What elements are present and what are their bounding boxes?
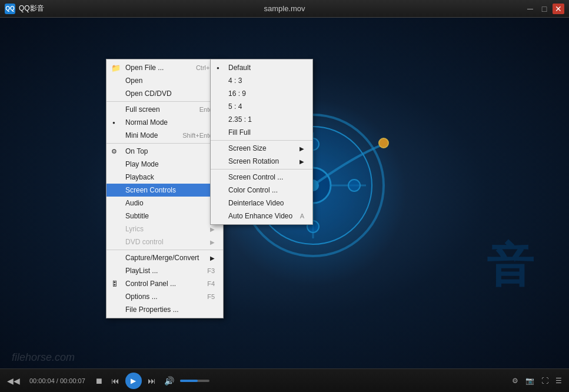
menu-item-on-top[interactable]: ⚙ On Top ▶ bbox=[107, 145, 223, 158]
submenu-label-auto-enhance: Auto Enhance Video bbox=[228, 212, 292, 220]
minimize-button[interactable]: ─ bbox=[524, 4, 536, 14]
fullscreen-button[interactable]: ⛶ bbox=[539, 376, 551, 386]
menu-button[interactable]: ☰ bbox=[553, 376, 564, 386]
menu-item-open-cd[interactable]: Open CD/DVD bbox=[107, 87, 223, 100]
menu-item-capture[interactable]: Capture/Merge/Convert ▶ bbox=[107, 251, 223, 264]
restore-button[interactable]: □ bbox=[538, 4, 550, 14]
menu-item-normal-mode[interactable]: ● Normal Mode bbox=[107, 116, 223, 129]
submenu-screen-controls: ● Default 4 : 3 16 : 9 5 : 4 2.35 : 1 Fi… bbox=[210, 59, 313, 225]
submenu-label-16-9: 16 : 9 bbox=[228, 89, 246, 98]
submenu-sep-2 bbox=[211, 169, 312, 170]
menu-label-on-top: On Top bbox=[125, 147, 148, 155]
submenu-item-fill-full[interactable]: Fill Full bbox=[211, 126, 312, 139]
menu-label-open-cd: Open CD/DVD bbox=[125, 89, 172, 98]
submenu-label-color-control: Color Control ... bbox=[228, 186, 278, 194]
menu-item-playback[interactable]: Playback ▶ bbox=[107, 171, 223, 184]
menu-label-playlist: PlayList ... bbox=[125, 267, 158, 275]
play-button[interactable]: ▶ bbox=[125, 373, 142, 389]
submenu-item-default[interactable]: ● Default bbox=[211, 61, 312, 74]
prev-button[interactable]: ⏮ bbox=[109, 375, 122, 387]
submenu-label-default: Default bbox=[228, 64, 251, 72]
menu-shortcut-playlist: F3 bbox=[207, 267, 215, 274]
menu-item-play-mode[interactable]: Play Mode ▶ bbox=[107, 158, 223, 171]
titlebar-left: QQ QQ影音 bbox=[5, 4, 44, 14]
close-button[interactable]: ✕ bbox=[553, 4, 564, 14]
menu-arrow-lyrics: ▶ bbox=[210, 226, 215, 232]
volume-fill bbox=[180, 380, 198, 382]
controlbar: ◀◀ 00:00:04 / 00:00:07 ⏹ ⏮ ▶ ⏭ 🔊 ⚙ 📷 ⛶ ☰ bbox=[0, 368, 569, 392]
menu-label-capture: Capture/Merge/Convert bbox=[125, 254, 199, 262]
submenu-label-4-3: 4 : 3 bbox=[228, 77, 242, 85]
screenshot-button[interactable]: 📷 bbox=[523, 376, 537, 386]
menu-item-options[interactable]: Options ... F5 bbox=[107, 290, 223, 303]
normal-mode-dot: ● bbox=[112, 120, 115, 125]
volume-slider[interactable] bbox=[180, 380, 209, 382]
menu-item-fullscreen[interactable]: Full screen Enter bbox=[107, 103, 223, 116]
submenu-item-screen-size[interactable]: Screen Size ▶ bbox=[211, 142, 312, 155]
menu-item-playlist[interactable]: PlayList ... F3 bbox=[107, 264, 223, 277]
menu-label-control-panel: Control Panel ... bbox=[125, 280, 176, 288]
titlebar: QQ QQ影音 sample.mov ─ □ ✕ bbox=[0, 0, 569, 18]
submenu-label-screen-control: Screen Control ... bbox=[228, 173, 283, 181]
menu-label-options: Options ... bbox=[125, 293, 158, 301]
menu-item-open[interactable]: Open ▶ bbox=[107, 74, 223, 87]
menu-sep-1 bbox=[107, 101, 223, 102]
settings-button[interactable]: ⚙ bbox=[510, 376, 521, 386]
menu-label-normal-mode: Normal Mode bbox=[125, 118, 168, 127]
svg-point-12 bbox=[348, 180, 360, 191]
submenu-item-auto-enhance[interactable]: Auto Enhance Video A bbox=[211, 210, 312, 222]
submenu-label-screen-rotation: Screen Rotation bbox=[228, 157, 279, 165]
open-file-icon: 📁 bbox=[111, 64, 121, 72]
submenu-arrow-screen-rotation: ▶ bbox=[300, 158, 304, 165]
time-display: 00:00:04 / 00:00:07 bbox=[29, 377, 85, 384]
submenu-label-5-4: 5 : 4 bbox=[228, 102, 242, 111]
submenu-item-16-9[interactable]: 16 : 9 bbox=[211, 87, 312, 100]
app-name: QQ影音 bbox=[19, 4, 44, 14]
submenu-item-2-35-1[interactable]: 2.35 : 1 bbox=[211, 113, 312, 126]
control-panel-icon: 🎛 bbox=[111, 280, 118, 287]
watermark: filehorse.com bbox=[12, 351, 75, 364]
menu-label-open-file: Open File ... bbox=[125, 64, 164, 72]
menu-label-play-mode: Play Mode bbox=[125, 160, 159, 168]
submenu-item-color-control[interactable]: Color Control ... bbox=[211, 184, 312, 197]
submenu-item-screen-control[interactable]: Screen Control ... bbox=[211, 171, 312, 184]
menu-item-dvd-control[interactable]: DVD control ▶ bbox=[107, 235, 223, 248]
menu-arrow-capture: ▶ bbox=[210, 255, 215, 261]
submenu-label-fill-full: Fill Full bbox=[228, 128, 251, 137]
titlebar-controls: ─ □ ✕ bbox=[524, 4, 564, 14]
menu-item-control-panel[interactable]: 🎛 Control Panel ... F4 bbox=[107, 277, 223, 290]
ctrl-right-buttons: ⚙ 📷 ⛶ ☰ bbox=[510, 376, 564, 386]
app-logo: QQ bbox=[5, 4, 15, 14]
menu-item-screen-controls[interactable]: Screen Controls ▶ bbox=[107, 184, 223, 197]
menu-sep-3 bbox=[107, 250, 223, 250]
menu-label-lyrics: Lyrics bbox=[125, 225, 144, 233]
submenu-item-5-4[interactable]: 5 : 4 bbox=[211, 100, 312, 113]
menu-sep-2 bbox=[107, 143, 223, 144]
menu-label-subtitle: Subtitle bbox=[125, 212, 149, 220]
menu-arrow-dvd-control: ▶ bbox=[210, 239, 215, 245]
menu-label-file-properties: File Properties ... bbox=[125, 305, 179, 314]
menu-item-audio[interactable]: Audio ▶ bbox=[107, 197, 223, 210]
submenu-item-screen-rotation[interactable]: Screen Rotation ▶ bbox=[211, 155, 312, 168]
menu-label-open: Open bbox=[125, 77, 142, 85]
menu-label-audio: Audio bbox=[125, 199, 144, 207]
menu-item-open-file[interactable]: 📁 Open File ... Ctrl+O bbox=[107, 61, 223, 74]
on-top-icon: ⚙ bbox=[111, 148, 117, 155]
chinese-char: 音 bbox=[487, 234, 534, 298]
menu-item-mini-mode[interactable]: Mini Mode Shift+Enter bbox=[107, 129, 223, 142]
menu-item-file-properties[interactable]: File Properties ... bbox=[107, 303, 223, 316]
volume-icon[interactable]: 🔊 bbox=[162, 375, 177, 387]
window-title: sample.mov bbox=[264, 4, 305, 13]
menu-item-subtitle[interactable]: Subtitle ▶ bbox=[107, 210, 223, 222]
menu-label-mini-mode: Mini Mode bbox=[125, 131, 158, 139]
submenu-item-deinterlace[interactable]: Deinterlace Video bbox=[211, 197, 312, 210]
submenu-item-4-3[interactable]: 4 : 3 bbox=[211, 74, 312, 87]
next-button[interactable]: ⏭ bbox=[145, 375, 158, 387]
menu-item-lyrics[interactable]: Lyrics ▶ bbox=[107, 222, 223, 235]
submenu-shortcut-auto-enhance: A bbox=[300, 212, 304, 220]
stop-button[interactable]: ⏹ bbox=[92, 375, 105, 387]
submenu-label-deinterlace: Deinterlace Video bbox=[228, 199, 284, 207]
menu-label-screen-controls: Screen Controls bbox=[125, 186, 176, 194]
rewind-button[interactable]: ◀◀ bbox=[5, 375, 22, 387]
submenu-label-2-35-1: 2.35 : 1 bbox=[228, 115, 252, 124]
